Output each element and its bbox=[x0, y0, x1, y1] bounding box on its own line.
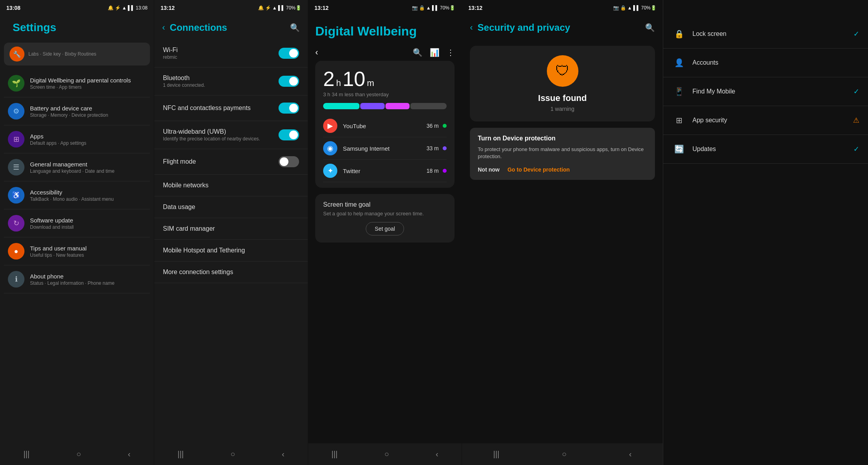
sec-app-security[interactable]: ⊞ App security ⚠ bbox=[663, 106, 868, 135]
dp-desc: To protect your phone from malware and s… bbox=[478, 146, 647, 160]
accounts-icon: 👤 bbox=[672, 56, 686, 70]
battery-text: 13:08 bbox=[136, 5, 148, 11]
goal-card: Screen time goal Set a goal to help mana… bbox=[315, 194, 455, 243]
nav-home-1[interactable]: ○ bbox=[76, 450, 81, 459]
battery-label: Battery and device care bbox=[30, 105, 108, 112]
nav-recents-4[interactable]: ||| bbox=[493, 450, 499, 459]
digital-wellbeing-sub: Screen time · App timers bbox=[30, 84, 131, 90]
signal-icon-4: ▌▌ bbox=[633, 5, 640, 11]
bar-seg-4 bbox=[410, 103, 447, 109]
lock-icon-4: 🔒 bbox=[620, 5, 626, 11]
conn-data-usage[interactable]: Data usage bbox=[154, 196, 308, 218]
nav-bar-4: ||| ○ ‹ bbox=[462, 443, 663, 465]
nav-back-2[interactable]: ‹ bbox=[282, 450, 284, 459]
about-icon: ℹ bbox=[8, 271, 24, 288]
dp-title: Turn on Device protection bbox=[478, 135, 647, 142]
dw-search-icon[interactable]: 🔍 bbox=[413, 48, 423, 57]
dw-title: Digital Wellbeing bbox=[315, 16, 455, 44]
conn-flight[interactable]: Flight mode bbox=[154, 149, 308, 175]
wifi-toggle[interactable] bbox=[279, 48, 299, 59]
bar-seg-2 bbox=[360, 103, 384, 109]
conn-hotspot[interactable]: Mobile Hotspot and Tethering bbox=[154, 240, 308, 261]
apps-icon: ⊞ bbox=[8, 131, 24, 148]
sec-lock-screen[interactable]: 🔒 Lock screen ✓ bbox=[663, 20, 868, 49]
updates-icon: 🔄 bbox=[672, 142, 686, 156]
setting-about[interactable]: ℹ About phone Status · Legal information… bbox=[4, 265, 150, 293]
nav-back-1[interactable]: ‹ bbox=[128, 450, 131, 459]
accessibility-sub: TalkBack · Mono audio · Assistant menu bbox=[30, 196, 114, 202]
digital-wellbeing-label: Digital Wellbeing and parental controls bbox=[30, 77, 131, 84]
app-security-icon: ⊞ bbox=[672, 113, 686, 127]
connections-back-btn[interactable]: ‹ bbox=[162, 22, 165, 33]
hotspot-label: Mobile Hotspot and Tethering bbox=[163, 247, 299, 254]
partial-section: 🔧 Labs · Side key · Bixby Routines bbox=[0, 40, 154, 69]
wifi-icon: ▲ bbox=[122, 5, 127, 11]
alarm-icon-3: 📷 bbox=[412, 5, 418, 11]
dw-more-icon[interactable]: ⋮ bbox=[447, 48, 455, 57]
setting-accessibility[interactable]: ♿ Accessibility TalkBack · Mono audio · … bbox=[4, 181, 150, 209]
setting-software[interactable]: ↻ Software update Download and install bbox=[4, 209, 150, 237]
nav-recents-1[interactable]: ||| bbox=[23, 450, 30, 459]
lock-screen-icon: 🔒 bbox=[672, 27, 686, 41]
conn-uwb[interactable]: Ultra-wideband (UWB) Identify the precis… bbox=[154, 121, 308, 149]
samsung-internet-time: 33 m bbox=[427, 145, 439, 151]
not-now-button[interactable]: Not now bbox=[478, 166, 499, 173]
setting-general[interactable]: ☰ General management Language and keyboa… bbox=[4, 153, 150, 181]
twitter-dot bbox=[443, 169, 447, 173]
nav-back-3[interactable]: ‹ bbox=[436, 450, 438, 459]
connections-title: Connections bbox=[170, 22, 290, 33]
status-bar-2: 13:12 🔔 ⚡ ▲ ▌▌ 70%🔋 bbox=[154, 0, 308, 16]
battery-pct-3: 70%🔋 bbox=[440, 5, 455, 11]
status-icons-1: 🔔 ⚡ ▲ ▌▌ 13:08 bbox=[108, 5, 148, 11]
app-youtube[interactable]: ▶ YouTube 36 m bbox=[323, 115, 447, 137]
nav-home-3[interactable]: ○ bbox=[384, 450, 389, 459]
tips-label: Tips and user manual bbox=[30, 245, 87, 252]
dw-back-btn[interactable]: ‹ bbox=[315, 47, 318, 58]
conn-bluetooth[interactable]: Bluetooth 1 device connected. bbox=[154, 67, 308, 95]
digital-wellbeing-text: Digital Wellbeing and parental controls … bbox=[30, 77, 131, 90]
general-sub: Language and keyboard · Date and time bbox=[30, 168, 114, 174]
app-samsung-internet[interactable]: ◉ Samsung Internet 33 m bbox=[323, 137, 447, 160]
advanced-features-item[interactable]: 🔧 Labs · Side key · Bixby Routines bbox=[4, 43, 150, 65]
set-goal-button[interactable]: Set goal bbox=[366, 222, 404, 235]
connections-search-btn[interactable]: 🔍 bbox=[290, 23, 300, 32]
conn-wifi[interactable]: Wi-Fi rebmic bbox=[154, 39, 308, 67]
sec-find-my-mobile[interactable]: 📱 Find My Mobile ✓ bbox=[663, 77, 868, 106]
setting-apps[interactable]: ⊞ Apps Default apps · App settings bbox=[4, 125, 150, 153]
accessibility-icon: ♿ bbox=[8, 187, 24, 204]
nav-bar-2: ||| ○ ‹ bbox=[154, 443, 308, 465]
status-icons-4: 📷 🔒 ▲ ▌▌ 70%🔋 bbox=[613, 5, 657, 11]
sec-updates[interactable]: 🔄 Updates ✓ bbox=[663, 135, 868, 164]
status-time-1: 13:08 bbox=[6, 5, 21, 11]
security-search-btn[interactable]: 🔍 bbox=[645, 23, 655, 32]
issue-title: Issue found bbox=[478, 93, 647, 103]
setting-digital-wellbeing[interactable]: 🌱 Digital Wellbeing and parental control… bbox=[4, 69, 150, 97]
uwb-toggle[interactable] bbox=[279, 129, 299, 140]
nav-recents-3[interactable]: ||| bbox=[331, 450, 338, 459]
conn-sim[interactable]: SIM card manager bbox=[154, 218, 308, 240]
flight-toggle[interactable] bbox=[279, 156, 299, 167]
go-to-device-protection-button[interactable]: Go to Device protection bbox=[507, 166, 570, 173]
dw-chart-icon[interactable]: 📊 bbox=[430, 48, 440, 57]
nfc-toggle[interactable] bbox=[279, 103, 299, 114]
uwb-label-group: Ultra-wideband (UWB) Identify the precis… bbox=[163, 128, 279, 142]
status-time-2: 13:12 bbox=[161, 5, 175, 11]
signal-icon-2: ▌▌ bbox=[278, 5, 285, 11]
nav-home-4[interactable]: ○ bbox=[562, 450, 567, 459]
sec-accounts[interactable]: 👤 Accounts bbox=[663, 49, 868, 77]
app-twitter[interactable]: ✦ Twitter 18 m bbox=[323, 160, 447, 182]
bt-toggle[interactable] bbox=[279, 76, 299, 87]
status-bar-3: 13:12 📷 🔒 ▲ ▌▌ 70%🔋 bbox=[308, 0, 462, 16]
bt-icon-2: ⚡ bbox=[265, 5, 271, 11]
security-back-btn[interactable]: ‹ bbox=[470, 22, 473, 33]
nfc-label-group: NFC and contactless payments bbox=[163, 105, 279, 112]
setting-tips[interactable]: ● Tips and user manual Useful tips · New… bbox=[4, 237, 150, 265]
conn-more[interactable]: More connection settings bbox=[154, 261, 308, 283]
setting-battery[interactable]: ⚙ Battery and device care Storage · Memo… bbox=[4, 97, 150, 125]
conn-nfc[interactable]: NFC and contactless payments bbox=[154, 95, 308, 121]
conn-mobile-networks[interactable]: Mobile networks bbox=[154, 175, 308, 196]
nav-back-4[interactable]: ‹ bbox=[629, 450, 632, 459]
nav-recents-2[interactable]: ||| bbox=[178, 450, 184, 459]
wifi-sub: rebmic bbox=[163, 54, 279, 60]
nav-home-2[interactable]: ○ bbox=[230, 450, 235, 459]
